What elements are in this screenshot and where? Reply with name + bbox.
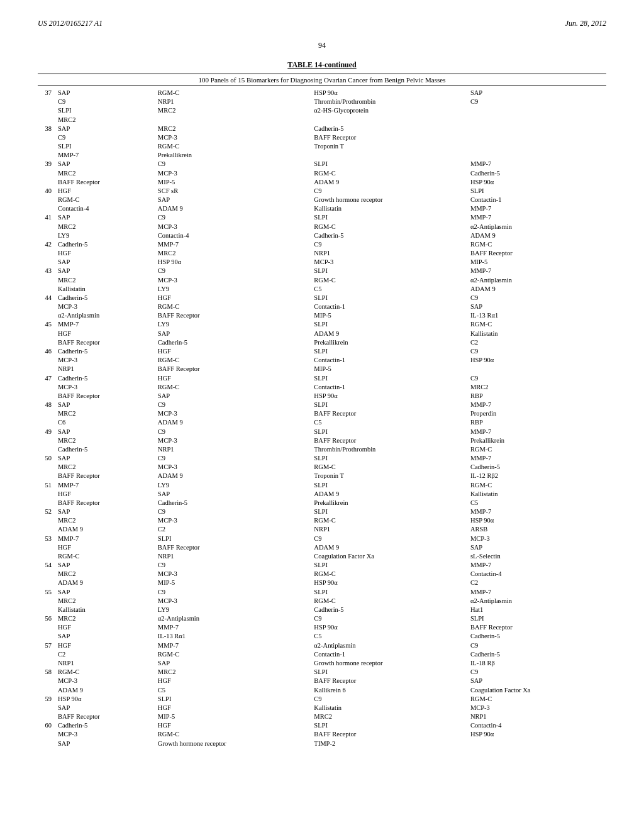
cell-col1: MRC2 xyxy=(55,169,155,178)
cell-col2: RGM-C xyxy=(155,383,312,392)
cell-col3: Cadherin-5 xyxy=(311,124,468,133)
cell-col1: BAFF Receptor xyxy=(55,338,155,347)
row-number: 54 xyxy=(38,561,55,588)
cell-col2: α2-Antiplasmin xyxy=(155,614,312,623)
table-row: HGFMRC2NRP1BAFF Receptor xyxy=(38,249,606,258)
cell-col1: MRC2 xyxy=(55,436,155,445)
cell-col1: SAP xyxy=(55,739,155,748)
cell-col3: ADAM 9 xyxy=(311,490,468,499)
cell-col3: HSP 90α xyxy=(311,578,468,587)
table-row: MRC2 xyxy=(38,116,606,124)
table-row: NRP1BAFF ReceptorMIP-5 xyxy=(38,365,606,374)
cell-col3: ADAM 9 xyxy=(311,329,468,338)
table-row: MRC2MCP-3BAFF ReceptorProperdin xyxy=(38,409,606,418)
cell-col3: MCP-3 xyxy=(311,258,468,267)
cell-col3: SLPI xyxy=(311,668,468,677)
row-number: 44 xyxy=(38,294,55,321)
cell-col3: TIMP-2 xyxy=(311,739,468,748)
table-row: C9NRP1Thrombin/ProthrombinC9 xyxy=(38,97,606,106)
cell-col1: SAP xyxy=(55,632,155,641)
table-row: 58RGM-CMRC2SLPIC9 xyxy=(38,668,606,677)
cell-col2: SLPI xyxy=(155,695,312,704)
cell-col1: C6 xyxy=(55,418,155,427)
table-row: 44Cadherin-5HGFSLPIC9 xyxy=(38,294,606,302)
cell-col1: BAFF Receptor xyxy=(55,712,155,721)
cell-col3: Cadherin-5 xyxy=(311,606,468,614)
table-row: 53MMP-7SLPIC9MCP-3 xyxy=(38,534,606,543)
table-row: HGFBAFF ReceptorADAM 9SAP xyxy=(38,543,606,552)
cell-col4: Properdin xyxy=(468,409,606,418)
cell-col1: NRP1 xyxy=(55,365,155,374)
table-row: 43SAPC9SLPIMMP-7 xyxy=(38,267,606,275)
table-subtitle: 100 Panels of 15 Biomarkers for Diagnosi… xyxy=(38,74,606,86)
cell-col3: Troponin T xyxy=(311,142,468,151)
cell-col2: Contactin-4 xyxy=(155,231,312,240)
table-row: 46Cadherin-5HGFSLPIC9 xyxy=(38,347,606,356)
cell-col2: C9 xyxy=(155,454,312,463)
cell-col2: SAP xyxy=(155,392,312,401)
cell-col3: NRP1 xyxy=(311,525,468,534)
page-header: US 2012/0165217 A1 Jun. 28, 2012 xyxy=(38,19,606,28)
cell-col1: MRC2 xyxy=(55,597,155,606)
cell-col2: MRC2 xyxy=(155,668,312,677)
cell-col3: RGM-C xyxy=(311,570,468,578)
cell-col1: HGF xyxy=(55,641,155,650)
table-row: SAPIL-13 Rα1C5Cadherin-5 xyxy=(38,632,606,641)
cell-col1: BAFF Receptor xyxy=(55,472,155,480)
cell-col3: SLPI xyxy=(311,347,468,356)
cell-col1: SLPI xyxy=(55,106,155,115)
cell-col3: Troponin T xyxy=(311,472,468,480)
header-right: Jun. 28, 2012 xyxy=(565,19,606,28)
cell-col1: SAP xyxy=(55,160,155,169)
cell-col4 xyxy=(468,142,606,151)
cell-col1: HGF xyxy=(55,329,155,338)
cell-col2: NRP1 xyxy=(155,445,312,454)
cell-col4: HSP 90α xyxy=(468,516,606,525)
cell-col4 xyxy=(468,151,606,160)
cell-col2: IL-13 Rα1 xyxy=(155,632,312,641)
cell-col1: MCP-3 xyxy=(55,730,155,739)
cell-col4: MMP-7 xyxy=(468,213,606,222)
cell-col2: HGF xyxy=(155,677,312,685)
cell-col2: SAP xyxy=(155,329,312,338)
row-number: 60 xyxy=(38,721,55,748)
cell-col1: MRC2 xyxy=(55,570,155,578)
table-row: 50SAPC9SLPIMMP-7 xyxy=(38,454,606,463)
cell-col4: IL-12 Rβ2 xyxy=(468,472,606,480)
cell-col2: LY9 xyxy=(155,320,312,329)
cell-col3: SLPI xyxy=(311,213,468,222)
cell-col3: MIP-5 xyxy=(311,365,468,374)
cell-col4: HSP 90α xyxy=(468,730,606,739)
cell-col3: Growth hormone receptor xyxy=(311,196,468,204)
cell-col2: RGM-C xyxy=(155,650,312,659)
cell-col2: MCP-3 xyxy=(155,276,312,285)
cell-col3: SLPI xyxy=(311,320,468,329)
cell-col4: α2-Antiplasmin xyxy=(468,597,606,606)
cell-col3: SLPI xyxy=(311,507,468,516)
cell-col1: MMP-7 xyxy=(55,481,155,490)
cell-col4: MMP-7 xyxy=(468,561,606,570)
table-row: 51MMP-7LY9SLPIRGM-C xyxy=(38,481,606,490)
cell-col3: Contactin-1 xyxy=(311,356,468,365)
cell-col4: ADAM 9 xyxy=(468,285,606,294)
cell-col3: BAFF Receptor xyxy=(311,677,468,685)
cell-col1: RGM-C xyxy=(55,196,155,204)
cell-col3: ADAM 9 xyxy=(311,178,468,187)
cell-col4: Coagulation Factor Xa xyxy=(468,686,606,695)
table-row: 48SAPC9SLPIMMP-7 xyxy=(38,401,606,409)
cell-col4: Hat1 xyxy=(468,606,606,614)
cell-col1: SLPI xyxy=(55,142,155,151)
cell-col4: Cadherin-5 xyxy=(468,650,606,659)
table-row: 59HSP 90αSLPIC9RGM-C xyxy=(38,695,606,704)
cell-col2: MCP-3 xyxy=(155,436,312,445)
cell-col2: HSP 90α xyxy=(155,258,312,267)
table-row: NRP1SAPGrowth hormone receptorIL-18 Rβ xyxy=(38,659,606,668)
cell-col4: α2-Antiplasmin xyxy=(468,223,606,231)
cell-col2: MMP-7 xyxy=(155,623,312,632)
cell-col1: C9 xyxy=(55,133,155,142)
cell-col2: BAFF Receptor xyxy=(155,311,312,320)
cell-col3: HSP 90α xyxy=(311,89,468,97)
table-row: SAPHGFKallistatinMCP-3 xyxy=(38,704,606,712)
cell-col4 xyxy=(468,116,606,124)
table-row: Cadherin-5NRP1Thrombin/ProthrombinRGM-C xyxy=(38,445,606,454)
